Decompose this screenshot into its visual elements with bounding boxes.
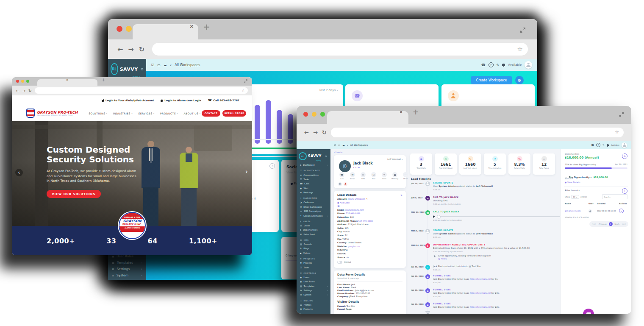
contact-button[interactable]: CONTACT <box>202 110 220 117</box>
timeline-title-opportunity[interactable]: OPPORTUNITY ADDED: BIG OPPORTUNITY <box>433 243 530 246</box>
retail-store-button[interactable]: RETAIL STORE <box>222 110 246 117</box>
close-tab-icon[interactable]: ✕ <box>189 23 194 30</box>
nav-products[interactable]: PRODUCTS∨ <box>160 112 178 115</box>
browser-tab[interactable] <box>133 24 198 39</box>
browser-tab[interactable] <box>327 111 408 124</box>
col-created[interactable]: Created <box>597 203 619 205</box>
bell-icon[interactable] <box>607 144 609 146</box>
carousel-prev-button[interactable]: ‹ <box>15 169 23 176</box>
sidebar-item-projects[interactable]: ✱Projects <box>297 261 330 265</box>
chevron-down-icon[interactable]: ∨ <box>170 64 172 67</box>
upload-icon[interactable]: ☁ <box>164 63 167 67</box>
timeline-title-status[interactable]: STATUS UPDATE <box>433 181 493 184</box>
note-button[interactable]: ✎Note <box>380 172 389 180</box>
timeline-more-icon[interactable] <box>425 310 430 314</box>
owner-icon[interactable] <box>338 182 342 186</box>
remove-attachment-button[interactable]: ✕ <box>619 209 624 213</box>
audio-thumb[interactable] <box>437 215 441 219</box>
flag-icon[interactable] <box>344 182 347 186</box>
url-bar[interactable]: ☆ <box>35 87 248 94</box>
compose-pencil-icon[interactable]: ✎ <box>497 63 500 67</box>
avatar[interactable] <box>622 142 627 148</box>
phone-icon[interactable]: ☎ <box>481 63 486 67</box>
col-user[interactable]: User <box>588 203 597 205</box>
call-button[interactable]: ☎Call <box>337 172 347 180</box>
sidebar-item-templates[interactable]: ▤Templates› <box>297 284 330 288</box>
availability-status[interactable]: Available <box>611 144 619 146</box>
lead-status-dropdown[interactable]: Left Voicemail ⌄ <box>387 158 403 160</box>
funnel-url-link[interactable]: https://test.ligna.io/ <box>470 292 491 294</box>
new-tab-button[interactable]: + <box>413 108 419 116</box>
sidebar-item-settings[interactable]: ⚙Settings› <box>297 288 330 293</box>
sidebar-item-user-roles[interactable]: ◉User Roles <box>297 279 330 284</box>
attachment-file-link[interactable]: golf.anyone.pptx <box>565 210 588 212</box>
website-link[interactable]: google.com <box>348 245 360 248</box>
sidebar-item-products[interactable]: ⊞Products <box>297 307 330 311</box>
back-icon[interactable]: ← <box>117 45 123 53</box>
add-opportunity-button[interactable]: + <box>622 153 627 159</box>
sidebar-item-cadences[interactable]: ◔Cadences <box>297 200 330 204</box>
close-tab-icon[interactable]: ✕ <box>66 78 69 82</box>
gear-icon[interactable]: ⚙ <box>141 67 144 71</box>
folder-icon[interactable]: ▭ <box>338 144 340 146</box>
carousel-next-button[interactable]: › <box>245 168 248 176</box>
download-icon[interactable]: ↧ <box>253 196 257 201</box>
sidebar-item-blogs[interactable]: ✎Blogs <box>297 246 330 251</box>
reload-icon[interactable]: ↻ <box>28 89 32 93</box>
sidebar-item-rankings[interactable]: ≡Rankings <box>297 190 330 195</box>
forward-icon[interactable]: → <box>128 45 133 53</box>
close-window-button[interactable] <box>303 112 308 117</box>
timeline-title-sms[interactable]: SMS TO JACK BLACK <box>433 196 461 198</box>
compose-icon[interactable]: ☑ <box>151 63 154 67</box>
sidebar-item-email-campaigns[interactable]: ✉Email Campaigns <box>297 205 330 209</box>
help-icon[interactable]: ? <box>596 143 600 147</box>
bell-icon[interactable] <box>502 64 505 66</box>
view-solutions-button[interactable]: VIEW OUR SOLUTIONS <box>47 190 101 198</box>
compose-icon[interactable]: ☑ <box>334 144 336 146</box>
minimize-window-button[interactable] <box>312 112 316 117</box>
edit-icon[interactable]: ✎ <box>400 194 402 197</box>
alula-login-link[interactable]: Login to Your Alula/IpFob Account <box>102 99 154 102</box>
sidebar-item-funnels[interactable]: ▤Funnels <box>297 242 330 246</box>
call-link[interactable]: ☎ Call 903-463-7767 <box>208 98 239 102</box>
alarm-login-link[interactable]: Login to Alarm.com Login <box>161 99 201 102</box>
nav-about[interactable]: ABOUT US∨ <box>184 112 201 115</box>
sidebar-item-social-automation[interactable]: ✦Social Automation› <box>297 213 330 217</box>
funnel-url-link[interactable]: https://test.ligna.io/ <box>470 278 491 280</box>
forward-icon[interactable]: → <box>313 129 318 136</box>
pagination-last[interactable]: Last <box>622 223 626 225</box>
phone-link[interactable]: 555-999-8888 <box>346 212 360 215</box>
linkedin-icon[interactable]: in <box>358 167 360 169</box>
pagination-prev[interactable]: ‹ Previous <box>598 223 607 225</box>
sidebar-item-calls[interactable]: ☎Calls <box>297 181 330 186</box>
workspace-selector[interactable]: All Workspaces <box>175 63 200 67</box>
pagination-first[interactable]: First <box>592 223 596 225</box>
email-link[interactable]: jblack@jblack.com <box>345 209 364 211</box>
upload-icon[interactable]: ☁ <box>342 144 345 146</box>
url-bar[interactable]: ☆ <box>331 128 624 137</box>
reload-icon[interactable]: ↻ <box>322 129 327 136</box>
zoom-window-button[interactable] <box>320 112 325 117</box>
sms-button[interactable]: ▭SMS <box>358 172 368 180</box>
sidebar-item-sales-feed[interactable]: ≣Sales Feed <box>297 232 330 237</box>
help-icon[interactable]: ? <box>269 163 275 169</box>
nav-services[interactable]: SERVICES∨ <box>138 112 155 115</box>
pagination-page-1[interactable]: 1 <box>609 222 613 226</box>
nav-industries[interactable]: INDUSTRIES∨ <box>113 112 133 115</box>
sidebar-item-system[interactable]: ⊟System› <box>297 293 330 297</box>
opportunity-name[interactable]: Big Opportunity - <box>569 176 591 178</box>
back-icon[interactable]: ← <box>16 89 19 93</box>
site-logo[interactable]: GRAYSON PRO-TECH COMMUNICATION SERVICES … <box>26 109 78 118</box>
attachment-search-input[interactable] <box>602 194 627 199</box>
col-name[interactable]: Name <box>565 203 588 205</box>
new-tab-button[interactable]: + <box>102 78 105 82</box>
timeline-title-funnel[interactable]: FUNNEL VISIT: <box>433 302 500 305</box>
close-tab-icon[interactable]: ✕ <box>399 109 403 115</box>
timeline-title-status[interactable]: STATUS UPDATE <box>433 229 493 231</box>
url-bar[interactable]: ☆ <box>152 43 528 56</box>
sidebar-item-sms-campaigns[interactable]: ▭SMS Campaigns <box>297 209 330 213</box>
phone-link[interactable]: 555-999-8888 <box>358 220 373 222</box>
twitter-icon[interactable]: t <box>355 167 356 169</box>
zoom-window-button[interactable] <box>26 80 29 83</box>
sidebar-item-tasks2[interactable]: ☑Tasks <box>297 265 330 269</box>
